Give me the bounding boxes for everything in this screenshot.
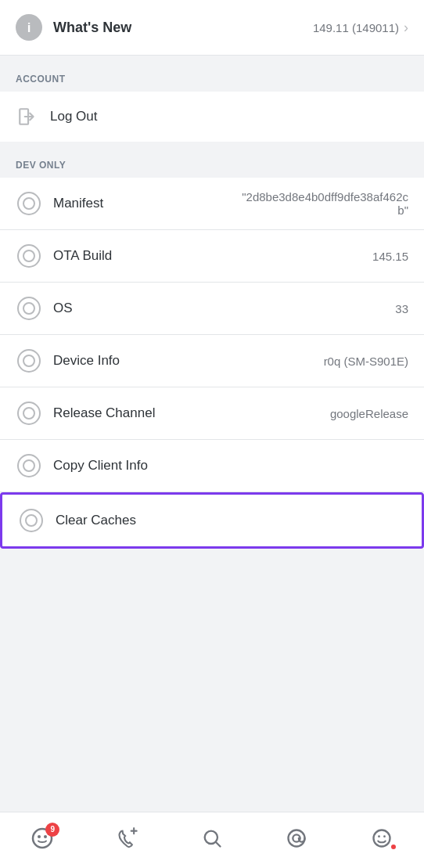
whats-new-row[interactable]: i What's New 149.11 (149011) › bbox=[0, 0, 424, 56]
account-section-header: ACCOUNT bbox=[0, 56, 424, 92]
svg-point-10 bbox=[373, 830, 390, 846]
clear-caches-item[interactable]: Clear Caches bbox=[0, 492, 424, 549]
release-channel-item[interactable]: Release Channel googleRelease bbox=[0, 387, 424, 440]
device-info-value: r0q (SM-S901E) bbox=[324, 355, 408, 368]
release-channel-icon bbox=[16, 400, 42, 427]
ota-build-item[interactable]: OTA Build 145.15 bbox=[0, 230, 424, 283]
ota-build-label: OTA Build bbox=[53, 248, 372, 264]
bottom-nav: 9 bbox=[0, 812, 424, 868]
logout-item[interactable]: Log Out bbox=[0, 92, 424, 142]
os-value: 33 bbox=[395, 302, 408, 315]
home-badge: 9 bbox=[45, 823, 59, 837]
dev-section-header: DEV ONLY bbox=[0, 142, 424, 178]
copy-client-info-icon bbox=[16, 452, 42, 479]
manifest-label: Manifest bbox=[53, 196, 236, 211]
ota-build-value: 145.15 bbox=[372, 250, 408, 263]
svg-line-7 bbox=[216, 842, 220, 846]
device-info-label: Device Info bbox=[53, 353, 324, 369]
logout-label: Log Out bbox=[50, 109, 408, 124]
os-label: OS bbox=[53, 301, 395, 316]
clear-caches-icon bbox=[18, 507, 45, 534]
ota-build-icon bbox=[16, 243, 42, 269]
device-info-icon bbox=[16, 348, 42, 374]
device-info-item[interactable]: Device Info r0q (SM-S901E) bbox=[0, 335, 424, 387]
nav-calls[interactable] bbox=[107, 824, 148, 852]
manifest-icon bbox=[16, 190, 42, 217]
profile-status-dot bbox=[390, 843, 397, 851]
account-menu-list: Log Out bbox=[0, 92, 424, 142]
chevron-right-icon: › bbox=[404, 20, 408, 36]
info-icon: i bbox=[16, 14, 42, 41]
svg-point-2 bbox=[38, 835, 41, 838]
nav-mentions[interactable] bbox=[276, 824, 317, 852]
nav-profile[interactable] bbox=[361, 824, 402, 852]
copy-client-info-label: Copy Client Info bbox=[53, 458, 408, 474]
mentions-icon bbox=[286, 827, 307, 849]
svg-point-8 bbox=[289, 830, 305, 846]
nav-search[interactable] bbox=[192, 824, 232, 852]
manifest-item[interactable]: Manifest "2d8be3d8e4b0dff9dfe38af462cb" bbox=[0, 178, 424, 230]
copy-client-info-item[interactable]: Copy Client Info bbox=[0, 440, 424, 492]
svg-point-3 bbox=[44, 835, 47, 838]
os-item[interactable]: OS 33 bbox=[0, 283, 424, 335]
svg-point-12 bbox=[383, 835, 386, 837]
logout-icon bbox=[16, 105, 39, 128]
nav-home[interactable]: 9 bbox=[22, 824, 63, 852]
dev-menu-list: Manifest "2d8be3d8e4b0dff9dfe38af462cb" … bbox=[0, 178, 424, 549]
calls-icon bbox=[117, 827, 138, 849]
clear-caches-label: Clear Caches bbox=[56, 513, 406, 528]
search-icon bbox=[201, 827, 223, 849]
whats-new-version: 149.11 (149011) bbox=[313, 21, 399, 34]
release-channel-value: googleRelease bbox=[330, 407, 408, 420]
os-icon bbox=[16, 295, 42, 322]
whats-new-label: What's New bbox=[53, 20, 313, 36]
release-channel-label: Release Channel bbox=[53, 405, 330, 421]
manifest-value: "2d8be3d8e4b0dff9dfe38af462cb" bbox=[236, 190, 408, 217]
svg-point-11 bbox=[378, 835, 380, 837]
